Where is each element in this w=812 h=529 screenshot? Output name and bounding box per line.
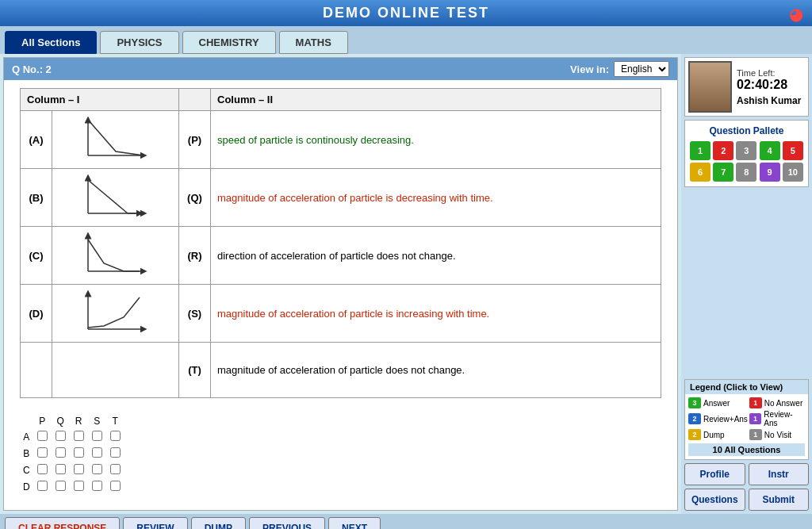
legend-no-answer[interactable]: 1 No Answer: [749, 397, 805, 408]
check-c-q[interactable]: [56, 464, 66, 474]
bottom-action-buttons-2: Questions Submit: [684, 489, 809, 511]
graph-a: [52, 111, 179, 169]
legend-dot-dump: 2: [688, 429, 701, 440]
col-p-label: P: [33, 414, 52, 428]
row-s-label: (S): [179, 285, 211, 343]
check-a-p[interactable]: [37, 431, 48, 441]
check-c-p[interactable]: [37, 464, 48, 474]
grid-empty: [20, 414, 33, 428]
legend-answer[interactable]: 3 Answer: [688, 397, 748, 408]
palette-btn-4[interactable]: 4: [760, 141, 780, 160]
legend-label-no-visit: No Visit: [764, 431, 791, 439]
col-t-label: T: [106, 414, 124, 428]
legend-dot-review-ans: 2: [688, 413, 701, 424]
palette-btn-2[interactable]: 2: [713, 141, 733, 160]
row-s-text: magnitude of acceleration of particle is…: [211, 285, 661, 343]
question-header: Q No.: 2 View in: English Hindi: [4, 58, 677, 80]
legend-all: 10 All Questions: [688, 443, 805, 456]
tab-maths[interactable]: MATHS: [279, 31, 348, 54]
check-a-r[interactable]: [74, 431, 84, 441]
check-b-q[interactable]: [56, 447, 66, 458]
tab-chemistry[interactable]: CHEMISTRY: [182, 31, 276, 54]
legend-grid: 3 Answer 1 No Answer 2 Review+Ans 1 Revi…: [688, 397, 805, 440]
check-d-t[interactable]: [110, 481, 121, 491]
dump-button[interactable]: DUMP: [191, 517, 246, 529]
check-d-p[interactable]: [37, 481, 48, 491]
check-b-p[interactable]: [37, 447, 48, 458]
col1-header: Column – I: [21, 89, 179, 111]
check-b-t[interactable]: [110, 447, 121, 458]
profile-button[interactable]: Profile: [684, 463, 745, 485]
row-t-label: (T): [179, 343, 211, 398]
spacer: [684, 190, 809, 376]
row-t-text: magnitude of acceleration of particle do…: [211, 343, 661, 398]
check-d-q[interactable]: [56, 481, 66, 491]
table-row: (T) magnitude of acceleration of particl…: [21, 343, 661, 398]
check-d-s[interactable]: [92, 481, 102, 491]
palette-btn-8[interactable]: 8: [736, 163, 756, 182]
profile-info: Time Left: 02:40:28 Ashish Kumar: [737, 68, 801, 106]
legend-review-minus[interactable]: 1 Review-Ans: [749, 410, 805, 427]
palette-btn-10[interactable]: 10: [783, 163, 803, 182]
legend-label-review-ans: Review+Ans: [703, 415, 748, 424]
tab-all-sections[interactable]: All Sections: [5, 31, 97, 54]
row-c-check-label: C: [20, 462, 33, 478]
palette-section: Question Pallete 1 2 3 4 5 6 7 8 9 10: [684, 120, 809, 187]
check-b-r[interactable]: [74, 447, 84, 458]
row-r-label: (R): [179, 227, 211, 285]
check-c-t[interactable]: [110, 464, 121, 474]
palette-btn-6[interactable]: 6: [690, 163, 710, 182]
clear-response-button[interactable]: CLEAR RESPONSE: [5, 517, 120, 529]
row-b-check-label: B: [20, 445, 33, 462]
legend-dot-no-answer: 1: [749, 397, 762, 408]
profile-name: Ashish Kumar: [737, 95, 801, 106]
legend-dump[interactable]: 2 Dump: [688, 429, 748, 440]
col2-header: Column – II: [211, 89, 661, 111]
row-q-text: magnitude of acceleration of particle is…: [211, 169, 661, 227]
legend-title[interactable]: Legend (Click to View): [685, 380, 808, 394]
legend-no-visit[interactable]: 1 No Visit: [749, 429, 805, 440]
palette-btn-7[interactable]: 7: [713, 163, 733, 182]
avatar-image: [690, 63, 730, 111]
col2-spacer: [179, 89, 211, 111]
language-select[interactable]: English Hindi: [614, 61, 669, 77]
palette-btn-9[interactable]: 9: [760, 163, 780, 182]
row-d-label: (D): [21, 285, 52, 343]
check-a-q[interactable]: [56, 431, 66, 441]
legend-section: Legend (Click to View) 3 Answer 1 No Ans…: [684, 379, 809, 460]
question-number: Q No.: 2: [12, 63, 52, 75]
check-b-s[interactable]: [92, 447, 102, 458]
action-bar: CLEAR RESPONSE REVIEW DUMP PREVIOUS NEXT: [0, 514, 812, 529]
row-a-label: (A): [21, 111, 52, 169]
legend-dot-review-minus: 1: [749, 413, 761, 424]
palette-grid: 1 2 3 4 5 6 7 8 9 10: [690, 141, 803, 182]
page-title: DEMO ONLINE TEST: [323, 5, 489, 21]
check-a-s[interactable]: [92, 431, 102, 441]
main-content: Q No.: 2 View in: English Hindi Column –…: [0, 54, 812, 514]
questions-button[interactable]: Questions: [684, 489, 745, 511]
col-r-label: R: [70, 414, 88, 428]
right-panel: Time Left: 02:40:28 Ashish Kumar Questio…: [681, 54, 812, 514]
previous-button[interactable]: PREVIOUS: [249, 517, 325, 529]
row-empty-label: [21, 343, 52, 398]
instr-button[interactable]: Instr: [749, 463, 810, 485]
table-row: (B): [21, 169, 661, 227]
next-button[interactable]: NEXT: [328, 517, 381, 529]
legend-review-ans[interactable]: 2 Review+Ans: [688, 410, 748, 427]
check-c-r[interactable]: [74, 464, 84, 474]
check-c-s[interactable]: [92, 464, 102, 474]
row-d-checks: D: [20, 478, 124, 495]
tab-bar: All Sections PHYSICS CHEMISTRY MATHS: [0, 26, 812, 54]
palette-btn-1[interactable]: 1: [690, 141, 710, 160]
palette-btn-5[interactable]: 5: [783, 141, 803, 160]
check-d-r[interactable]: [74, 481, 84, 491]
avatar: [688, 61, 732, 113]
palette-btn-3[interactable]: 3: [736, 141, 756, 160]
svg-line-4: [88, 180, 128, 213]
graph-c: [52, 227, 179, 285]
tab-physics[interactable]: PHYSICS: [100, 31, 178, 54]
check-a-t[interactable]: [110, 431, 121, 441]
submit-button[interactable]: Submit: [749, 489, 810, 511]
header-icon: ◕: [789, 5, 804, 24]
review-button[interactable]: REVIEW: [123, 517, 187, 529]
